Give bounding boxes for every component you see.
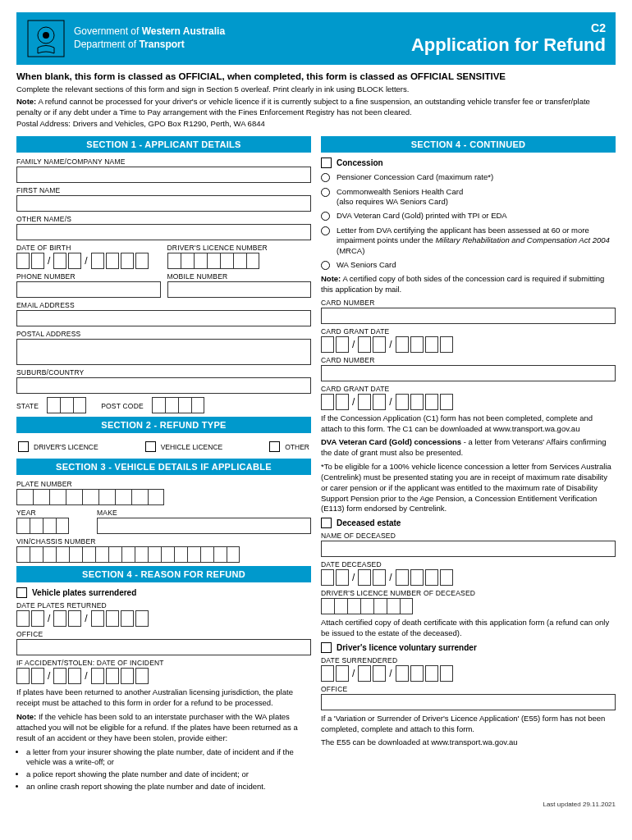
card-grant-input-1[interactable]: // [321,336,616,353]
date-surrendered-input[interactable]: // [321,665,616,682]
family-name-label: FAMILY NAME/COMPANY NAME [16,158,311,166]
plates-surrendered-label: Vehicle plates surrendered [32,588,136,597]
date-returned-input[interactable]: // [16,610,311,627]
phone-label: PHONE NUMBER [16,272,161,281]
make-input[interactable] [97,518,311,534]
pensioner-label: Pensioner Concession Card (maximum rate*… [337,172,493,182]
instructions-line1: Complete the relevant sections of this f… [16,84,616,95]
deceased-checkbox[interactable] [321,518,332,528]
dva-gold-radio[interactable] [321,212,330,221]
vin-input[interactable] [16,546,311,563]
year-label: YEAR [16,509,90,517]
mobile-input[interactable] [167,281,312,298]
wa-seniors-radio[interactable] [321,261,330,270]
year-input[interactable] [16,518,90,534]
phone-input[interactable] [16,281,161,298]
dva-gold-label: DVA Veteran Card (Gold) printed with TPI… [337,211,507,221]
drivers-licence-label: DRIVER'S LICENCE [34,443,98,451]
state-input[interactable] [47,397,86,413]
form-header: Government of Western Australia Departme… [16,12,616,65]
wa-crest-icon [26,19,66,58]
svg-point-2 [43,32,49,39]
state-label: STATE [16,402,39,410]
deceased-text: Attach certified copy of death certifica… [321,618,616,639]
other-label: OTHER [285,443,309,451]
government-text: Government of Western Australia Departme… [74,25,225,51]
dob-label: DATE OF BIRTH [16,244,161,252]
licence-deceased-label: DRIVER'S LICENCE NUMBER OF DECEASED [321,589,616,597]
licence-deceased-input[interactable] [321,598,616,614]
first-name-input[interactable] [16,195,311,212]
section3-header: SECTION 3 - VEHICLE DETAILS IF APPLICABL… [16,459,311,475]
date-deceased-input[interactable]: // [321,569,616,586]
concession-checkbox[interactable] [321,158,332,168]
postcode-label: POST CODE [101,402,144,410]
commonwealth-label: Commonwealth Seniors Health Card(also re… [337,187,463,208]
first-name-label: FIRST NAME [16,186,311,194]
commonwealth-radio[interactable] [321,188,330,197]
make-label: MAKE [97,509,311,517]
licence-no-label: DRIVER'S LICENCE NUMBER [167,244,312,252]
card-grant-label-2: CARD GRANT DATE [321,385,616,393]
vehicle-licence-checkbox[interactable] [145,441,156,452]
dva-letter-label: Letter from DVA certifying the applicant… [337,226,616,256]
card-grant-label-1: CARD GRANT DATE [321,327,616,336]
office-label-2: OFFICE [321,685,616,693]
e55-text2: The E55 can be downloaded at www.transpo… [321,737,616,748]
vehicle-licence-label: VEHICLE LICENCE [161,443,223,451]
email-input[interactable] [16,310,311,326]
mobile-label: MOBILE NUMBER [167,272,312,281]
drivers-licence-checkbox[interactable] [18,441,29,452]
suburb-input[interactable] [16,377,311,394]
other-names-input[interactable] [16,224,311,240]
dva-letter-radio[interactable] [321,226,330,235]
date-deceased-label: DATE DECEASED [321,560,616,568]
plate-label: PLATE NUMBER [16,480,311,488]
family-name-input[interactable] [16,167,311,183]
suburb-label: SUBURB/COUNTRY [16,368,311,377]
dva-text: DVA Veteran Card (Gold) concessions - a … [321,437,616,459]
incident-date-label: IF ACCIDENT/STOLEN: DATE OF INCIDENT [16,659,311,667]
card-grant-input-2[interactable]: // [321,394,616,410]
date-surrendered-label: DATE SURRENDERED [321,656,616,664]
card-number-input-1[interactable] [321,308,616,324]
postal-input[interactable] [16,339,311,365]
office-input[interactable] [16,639,311,655]
instructions-note: Note: A refund cannot be processed for y… [16,97,616,118]
other-names-label: OTHER NAME/S [16,215,311,223]
incident-date-input[interactable]: // [16,668,311,684]
card-number-label-2: CARD NUMBER [321,356,616,364]
form-code: C2 [411,21,606,34]
date-returned-label: DATE PLATES RETURNED [16,601,311,609]
deceased-label: Deceased estate [337,518,401,527]
concession-label: Concession [337,158,383,167]
concession-note: Note: A certified copy of both sides of … [321,274,616,295]
licence-no-input[interactable] [167,253,312,269]
card-number-label-1: CARD NUMBER [321,299,616,307]
e55-text1: If a 'Variation or Surrender of Driver's… [321,714,616,735]
pensioner-radio[interactable] [321,173,330,182]
section4-header: SECTION 4 - REASON FOR REFUND [16,566,311,582]
section4-cont-header: SECTION 4 - CONTINUED [321,136,616,153]
plates-text: If plates have been returned to another … [16,687,311,709]
plates-surrendered-checkbox[interactable] [16,587,27,598]
other-checkbox[interactable] [269,441,280,452]
c1-text: If the Concession Application (C1) form … [321,413,616,435]
voluntary-label: Driver's licence voluntary surrender [337,643,477,652]
name-deceased-label: NAME OF DECEASED [321,532,616,540]
postal-address: Postal Address: Drivers and Vehicles, GP… [16,119,616,128]
form-title: Application for Refund [411,34,606,56]
plates-bullets: a letter from your insurer showing the p… [16,747,311,792]
eligible-text: *To be eligible for a 100% vehicle licen… [321,462,616,514]
voluntary-checkbox[interactable] [321,642,332,653]
office-input-2[interactable] [321,694,616,710]
postcode-input[interactable] [152,397,204,413]
name-deceased-input[interactable] [321,541,616,557]
card-number-input-2[interactable] [321,365,616,381]
vin-label: VIN/CHASSIS NUMBER [16,537,311,546]
postal-label: POSTAL ADDRESS [16,330,311,338]
wa-seniors-label: WA Seniors Card [337,260,396,270]
plates-note: Note: If the vehicle has been sold to an… [16,712,311,743]
dob-input[interactable]: // [16,253,161,269]
plate-input[interactable] [16,489,311,505]
